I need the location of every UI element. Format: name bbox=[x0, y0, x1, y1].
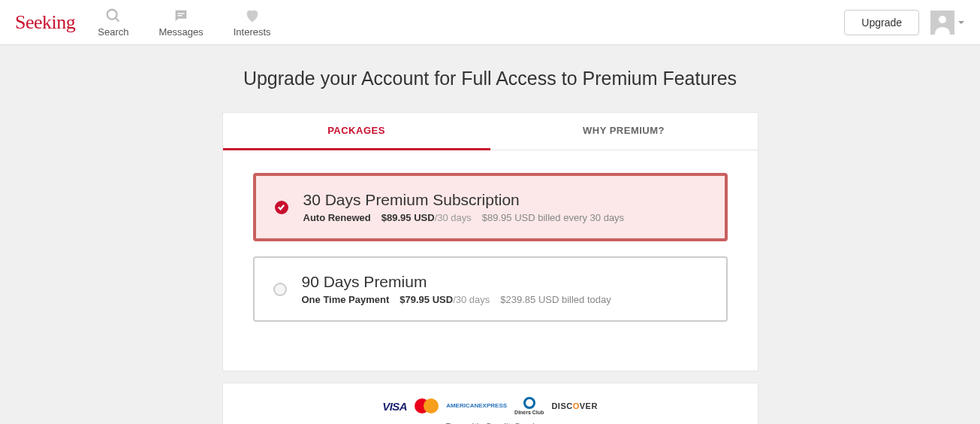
avatar bbox=[930, 11, 954, 35]
radio-checked-icon bbox=[275, 201, 288, 214]
mastercard-logo bbox=[415, 398, 439, 413]
pay-label: Pay with Credit Card bbox=[223, 421, 758, 424]
package-90-days[interactable]: 90 Days Premium One Time Payment $79.95 … bbox=[253, 256, 728, 322]
package-price-group: $89.95 USD/30 days bbox=[381, 212, 472, 223]
nav-label: Messages bbox=[158, 26, 203, 38]
package-billing: $89.95 USD billed every 30 days bbox=[482, 212, 624, 223]
svg-rect-2 bbox=[178, 13, 185, 14]
package-renewal: Auto Renewed bbox=[303, 212, 371, 223]
tabs: PACKAGES WHY PREMIUM? bbox=[223, 113, 758, 150]
nav-bar: Search Messages Interests bbox=[98, 8, 270, 38]
user-menu[interactable] bbox=[930, 11, 965, 35]
package-title: 30 Days Premium Subscription bbox=[303, 191, 706, 209]
diners-logo: Diners Club bbox=[514, 397, 544, 415]
package-content: 90 Days Premium One Time Payment $79.95 … bbox=[302, 273, 707, 305]
package-details: One Time Payment $79.95 USD/30 days $239… bbox=[302, 294, 707, 305]
payment-panel: VISA AMERICANEXPRESS Diners Club DISCOVE… bbox=[222, 383, 758, 424]
visa-logo: VISA bbox=[382, 400, 407, 413]
svg-line-1 bbox=[116, 17, 119, 21]
package-30-days[interactable]: 30 Days Premium Subscription Auto Renewe… bbox=[253, 173, 728, 241]
tab-packages[interactable]: PACKAGES bbox=[223, 113, 490, 150]
package-renewal: One Time Payment bbox=[302, 294, 390, 305]
logo[interactable]: Seeking bbox=[15, 11, 75, 34]
package-price-group: $79.95 USD/30 days bbox=[400, 294, 490, 305]
package-list: 30 Days Premium Subscription Auto Renewe… bbox=[223, 150, 758, 371]
tab-why-premium[interactable]: WHY PREMIUM? bbox=[490, 113, 758, 150]
package-title: 90 Days Premium bbox=[302, 273, 707, 291]
heart-icon bbox=[244, 8, 261, 24]
nav-label: Search bbox=[98, 26, 128, 38]
upgrade-button[interactable]: Upgrade bbox=[844, 10, 919, 35]
nav-messages[interactable]: Messages bbox=[158, 8, 203, 38]
nav-interests[interactable]: Interests bbox=[234, 8, 271, 38]
app-header: Seeking Search Messages Interests Upgrad… bbox=[0, 0, 980, 45]
nav-label: Interests bbox=[234, 26, 271, 38]
package-details: Auto Renewed $89.95 USD/30 days $89.95 U… bbox=[303, 212, 706, 223]
main-content: Upgrade your Account for Full Access to … bbox=[222, 45, 758, 424]
amex-logo: AMERICANEXPRESS bbox=[446, 403, 507, 409]
messages-icon bbox=[173, 8, 189, 24]
package-content: 30 Days Premium Subscription Auto Renewe… bbox=[303, 191, 706, 223]
svg-rect-3 bbox=[178, 15, 182, 16]
chevron-down-icon bbox=[957, 19, 965, 26]
svg-point-0 bbox=[107, 9, 117, 19]
card-logos: VISA AMERICANEXPRESS Diners Club DISCOVE… bbox=[223, 397, 758, 415]
page-title: Upgrade your Account for Full Access to … bbox=[222, 68, 758, 89]
discover-logo: DISCOVER bbox=[551, 401, 597, 410]
svg-point-5 bbox=[939, 16, 946, 23]
package-billing: $239.85 USD billed today bbox=[500, 294, 611, 305]
packages-panel: PACKAGES WHY PREMIUM? 30 Days Premium Su… bbox=[222, 112, 758, 371]
radio-unchecked-icon bbox=[273, 283, 287, 296]
nav-search[interactable]: Search bbox=[98, 8, 128, 38]
search-icon bbox=[105, 8, 122, 24]
